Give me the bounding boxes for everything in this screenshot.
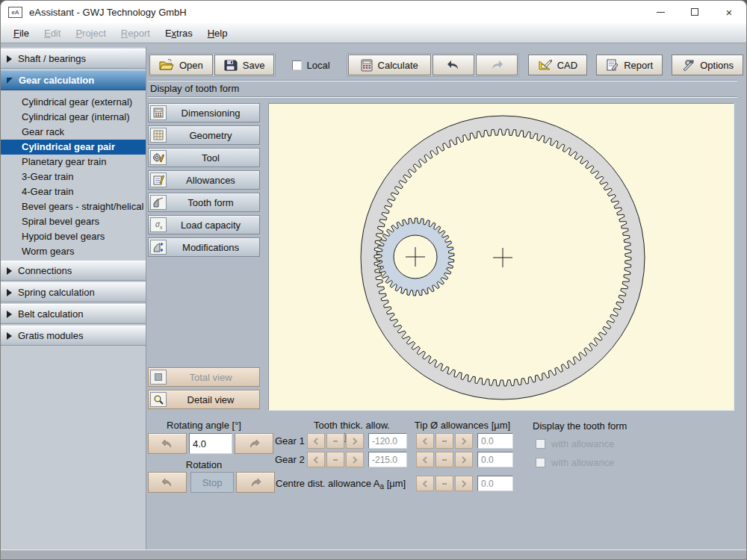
menu-bar: File Edit Project Report Extras Help — [1, 23, 746, 43]
close-button[interactable]: × — [712, 1, 746, 23]
redo-button — [476, 55, 518, 75]
gear2-tip-stepper — [416, 452, 473, 467]
cad-button[interactable]: CAD — [528, 55, 587, 75]
divider — [148, 96, 737, 98]
sidebar-section-gear-calculation[interactable]: Gear calculation — [1, 70, 146, 90]
sidebar-section-spring-calculation[interactable]: Spring calculation — [1, 282, 146, 302]
rotating-angle-input[interactable] — [189, 433, 232, 454]
gear1-tip-input[interactable] — [477, 433, 513, 449]
stepper-zero-button[interactable] — [436, 433, 453, 449]
local-checkbox[interactable] — [292, 60, 302, 70]
stepper-increase-fast-button[interactable] — [346, 452, 364, 467]
stepper-increase-fast-button[interactable] — [455, 452, 473, 467]
display-tooth-form-label: Display the tooth form — [533, 420, 627, 432]
gear2-thick-stepper — [307, 452, 364, 467]
menu-extras[interactable]: Extras — [158, 25, 199, 42]
allowances-button[interactable]: Allowances — [148, 170, 260, 190]
open-label: Open — [179, 60, 203, 71]
options-button[interactable]: Options — [672, 55, 743, 75]
sidebar-item-cylindrical-gear-pair[interactable]: Cylindrical gear pair — [1, 140, 146, 155]
menu-help[interactable]: Help — [201, 25, 235, 42]
sidebar-section-connections[interactable]: Connections — [1, 261, 146, 281]
stepper-decrease-fast-button[interactable] — [416, 476, 434, 491]
sidebar-section-label: Belt calculation — [18, 308, 83, 320]
sidebar-item-bevel-gears[interactable]: Bevel gears - straight/helical — [1, 199, 146, 214]
sidebar-item-cylindrical-gear-external[interactable]: Cylindrical gear (external) — [1, 95, 146, 110]
sidebar-item-spiral-bevel-gears[interactable]: Spiral bevel gears — [1, 214, 146, 229]
sidebar-item-4-gear-train[interactable]: 4-Gear train — [1, 184, 146, 199]
modifications-button[interactable]: Modifications — [148, 237, 260, 257]
minimize-button[interactable] — [643, 1, 678, 23]
tool-icon — [150, 150, 167, 165]
report-button[interactable]: Report — [596, 55, 663, 75]
stepper-decrease-fast-button[interactable] — [307, 452, 325, 467]
stepper-decrease-fast-button[interactable] — [416, 433, 434, 449]
close-icon: × — [726, 7, 733, 18]
stepper-decrease-fast-button[interactable] — [416, 452, 434, 467]
sidebar-item-gear-rack[interactable]: Gear rack — [1, 125, 146, 140]
rotate-step-cw-button[interactable] — [235, 433, 273, 454]
rotate-step-ccw-button[interactable] — [148, 433, 187, 454]
stepper-zero-button[interactable] — [436, 476, 453, 491]
tooth-form-button[interactable]: Tooth form — [148, 193, 260, 212]
stepper-increase-fast-button[interactable] — [455, 476, 473, 491]
sidebar-item-hypoid-bevel-gears[interactable]: Hypoid bevel gears — [1, 229, 146, 244]
load-capacity-button[interactable]: σx Load capacity — [148, 215, 260, 234]
with-allowance-checkbox-2 — [536, 458, 545, 467]
stepper-increase-fast-button[interactable] — [346, 433, 364, 449]
centre-dist-label: Centre dist. allowance Aa [µm] — [276, 478, 406, 491]
gear1-tip-stepper — [416, 433, 473, 449]
sidebar-item-worm-gears[interactable]: Worm gears — [1, 244, 146, 259]
stepper-zero-button[interactable] — [436, 452, 453, 467]
dimensioning-icon — [150, 105, 167, 120]
save-button[interactable]: Save — [214, 55, 275, 75]
centre-dist-unit: [µm] — [384, 478, 406, 489]
sidebar-section-gratis-modules[interactable]: Gratis modules — [1, 326, 146, 346]
maximize-button[interactable] — [678, 1, 712, 23]
centre-dist-label-text: Centre dist. allowance A — [276, 478, 379, 489]
stepper-decrease-fast-button[interactable] — [307, 433, 325, 449]
redo-icon — [490, 60, 503, 70]
rotation-cw-button[interactable] — [236, 472, 275, 493]
tool-button[interactable]: Tool — [148, 148, 260, 167]
sidebar-section-belt-calculation[interactable]: Belt calculation — [1, 304, 146, 324]
menu-project: Project — [69, 25, 112, 42]
with-allowance-row-1: with allowance — [536, 438, 615, 449]
sidebar-item-3-gear-train[interactable]: 3-Gear train — [1, 169, 146, 184]
sidebar-section-label: Connections — [18, 265, 72, 276]
sidebar-section-shaft-bearings[interactable]: Shaft / bearings — [1, 49, 146, 69]
centre-dist-input[interactable] — [477, 476, 513, 491]
gear1-thick-input[interactable] — [368, 433, 407, 449]
rotate-cw-icon — [249, 477, 262, 488]
chevron-right-icon — [7, 332, 12, 340]
sidebar-item-planetary-gear-train[interactable]: Planetary gear train — [1, 155, 146, 169]
sidebar-item-cylindrical-gear-internal[interactable]: Cylindrical gear (internal) — [1, 110, 146, 125]
window-title: eAssistant - GWJ Technology GmbH — [29, 7, 187, 18]
detail-view-button[interactable]: Detail view — [148, 390, 260, 409]
section-title: Display of tooth form — [150, 83, 239, 94]
dimensioning-label: Dimensioning — [167, 108, 259, 119]
title-bar: eA eAssistant - GWJ Technology GmbH × — [1, 1, 746, 23]
gear2-thick-input[interactable] — [368, 452, 407, 467]
report-label: Report — [624, 60, 653, 71]
gear1-label: Gear 1 — [275, 435, 305, 447]
stepper-zero-button[interactable] — [326, 433, 344, 449]
menu-file[interactable]: File — [7, 25, 36, 42]
geometry-button[interactable]: Geometry — [148, 125, 260, 145]
calculate-button[interactable]: Calculate — [348, 55, 431, 75]
total-view-icon — [150, 370, 167, 385]
tooth-form-canvas[interactable] — [268, 103, 734, 411]
with-allowance-checkbox-1 — [536, 439, 545, 449]
with-allowance-label-2: with allowance — [551, 457, 615, 468]
rotation-ccw-button[interactable] — [148, 472, 187, 493]
sidebar: Shaft / bearings Gear calculation Cylind… — [1, 47, 146, 560]
load-capacity-label: Load capacity — [167, 220, 259, 231]
chevron-expanded-icon — [7, 78, 13, 84]
gear2-tip-input[interactable] — [477, 452, 513, 467]
undo-button[interactable] — [433, 55, 474, 75]
rotate-cw-icon — [247, 438, 261, 449]
stepper-zero-button[interactable] — [326, 452, 344, 467]
open-button[interactable]: Open — [149, 55, 213, 75]
stepper-increase-fast-button[interactable] — [455, 433, 473, 449]
dimensioning-button[interactable]: Dimensioning — [148, 103, 260, 122]
